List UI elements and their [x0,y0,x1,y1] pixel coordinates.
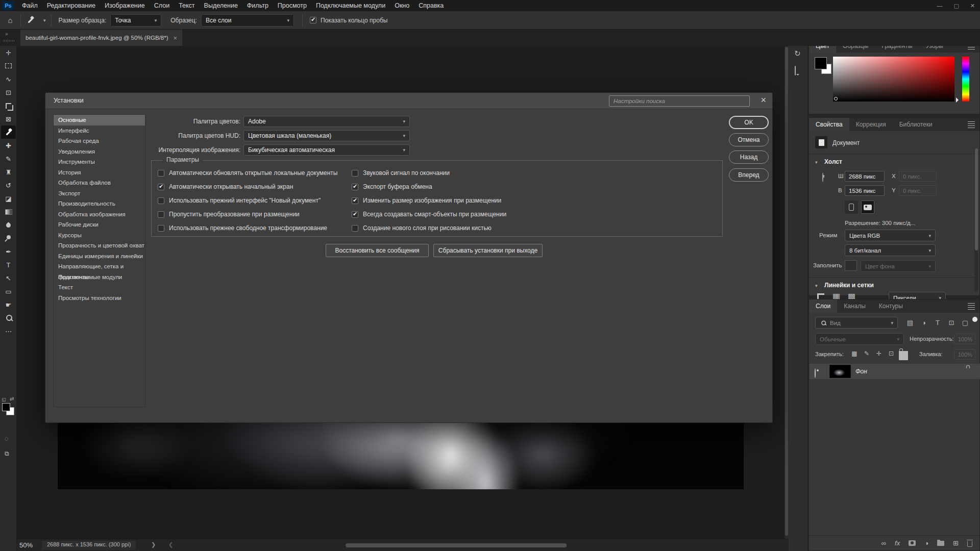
hue-slider[interactable] [962,57,969,102]
dialog-close-icon[interactable]: × [761,95,766,106]
preferences-category-17[interactable]: Просмотры технологии [54,293,145,304]
menu-item-10[interactable]: Справка [414,0,448,11]
filter-type-layers-icon[interactable]: T [933,318,943,327]
object-selection-tool[interactable]: ⊡ [0,86,17,99]
rectangle-tool[interactable]: ▭ [0,285,17,298]
preferences-category-5[interactable]: История [54,167,145,178]
comments-panel-icon[interactable] [795,66,796,76]
preferences-category-14[interactable]: Направляющие, сетка и фрагменты [54,261,145,272]
path-selection-tool[interactable]: ↖ [0,271,17,285]
lock-artboard-icon[interactable]: ⊡ [887,349,896,358]
menu-item-5[interactable]: Выделение [200,0,242,11]
dialog-title-bar[interactable]: Установки × [45,93,772,109]
status-chevron-left-icon[interactable]: ❮ [168,541,173,548]
toolbar-grip[interactable] [3,40,14,42]
hue-slider-arrow[interactable] [956,97,961,103]
show-sampling-ring-checkbox[interactable] [310,17,316,23]
lock-position-icon[interactable]: ✛ [874,349,884,358]
document-tab[interactable]: beautiful-girl-woman-profile-fnvk.jpeg @… [20,30,182,46]
swap-colors-icon[interactable]: ⇄ [10,396,14,402]
preferences-category-6[interactable]: Обработка файлов [54,178,145,188]
checkbox-cbcol-left-3[interactable] [158,211,164,218]
preferences-category-9[interactable]: Обработка изображения [54,209,145,220]
add-mask-icon[interactable] [909,540,916,546]
fill-color-swatch[interactable] [845,260,857,271]
menu-item-0[interactable]: Файл [17,0,42,11]
eraser-tool[interactable]: ◪ [0,192,17,205]
move-tool[interactable]: ✛ [0,46,17,59]
landscape-orientation-button[interactable] [861,201,874,214]
checkbox-cbcol-left-0[interactable] [158,170,164,177]
reset-preferences-button[interactable]: Сбрасывать установки при выходе [433,244,543,257]
link-dimensions-icon[interactable] [822,172,823,182]
filter-adjustment-layers-icon[interactable]: ◑ [919,318,929,327]
close-window-button[interactable]: ✕ [970,3,975,9]
crop-tool[interactable] [0,99,17,112]
filter-smart-objects-icon[interactable]: ▢ [960,318,970,327]
blur-tool[interactable] [0,218,17,232]
preferences-category-10[interactable]: Рабочие диски [54,219,145,230]
section-chevron-icon[interactable]: ▾ [815,160,818,165]
history-panel-icon[interactable]: ↻ [794,49,801,58]
zoom-tool[interactable] [0,311,17,324]
home-icon[interactable]: ⌂ [0,16,20,24]
saturation-brightness-field[interactable] [833,57,954,102]
preferences-category-15[interactable]: Подключаемые модули [54,272,145,283]
checkbox-cbcol-right-3[interactable] [352,211,358,218]
lock-paint-icon[interactable]: ✎ [862,349,871,358]
delete-layer-icon[interactable] [967,541,972,547]
menu-item-7[interactable]: Просмотр [273,0,311,11]
toolbar-collapse-icon[interactable]: » [5,31,8,37]
eyedropper-preset-icon[interactable] [21,16,39,24]
healing-brush-tool[interactable]: ✚ [0,139,17,152]
filter-shape-layers-icon[interactable]: ⊡ [946,318,957,327]
color-picker-cursor[interactable] [834,97,838,101]
new-group-icon[interactable] [937,541,944,546]
history-brush-tool[interactable]: ↺ [0,179,17,192]
preferences-category-11[interactable]: Курсоры [54,230,145,241]
layer-effects-icon[interactable]: fx [895,539,900,547]
new-layer-icon[interactable]: ⊞ [953,539,959,547]
preferences-category-16[interactable]: Текст [54,282,145,293]
preferences-category-4[interactable]: Инструменты [54,157,145,167]
panel-scrollbar[interactable] [974,148,978,291]
clone-stamp-tool[interactable]: ♜ [0,165,17,179]
panel-menu-icon[interactable] [968,303,975,310]
layer-name[interactable]: Фон [855,368,867,375]
hand-tool[interactable]: ☛ [0,298,17,311]
chevron-down-icon[interactable]: ▾ [43,18,46,23]
canvas-horizontal-scrollbar[interactable] [346,543,567,547]
width-field[interactable]: 2688 пикс [845,171,885,182]
new-adjustment-layer-icon[interactable]: ◑ [924,539,928,547]
properties-panel-tab-0[interactable]: Свойства [809,118,849,131]
forward-button[interactable]: Вперед [729,168,769,182]
panel-menu-icon[interactable] [968,121,975,128]
foreground-color-swatch[interactable] [2,403,10,411]
ok-button[interactable]: OK [729,116,769,129]
dodge-tool[interactable] [0,232,17,245]
section-chevron-icon[interactable]: ▾ [815,283,818,288]
back-button[interactable]: Назад [729,151,769,164]
preferences-search-input[interactable] [609,95,750,107]
marquee-tool[interactable] [0,59,17,72]
menu-item-1[interactable]: Редактирование [42,0,100,11]
height-field[interactable]: 1536 пикс [845,185,885,196]
color-picker-dropdown[interactable]: Adobe▾ [243,116,410,127]
close-tab-icon[interactable]: × [173,34,177,42]
layer-visibility-eye-icon[interactable] [815,368,816,378]
checkbox-cbcol-left-2[interactable] [158,197,164,204]
layers-panel-tab-1[interactable]: Каналы [837,299,872,313]
menu-item-2[interactable]: Изображение [100,0,150,11]
checkbox-cbcol-left-4[interactable] [158,225,164,232]
properties-panel-tab-2[interactable]: Библиотеки [893,118,939,131]
type-tool[interactable]: T [0,258,17,271]
pen-tool[interactable]: ✒ [0,245,17,258]
maximize-button[interactable]: ▢ [953,3,959,9]
reset-messages-button[interactable]: Восстановить все сообщения [326,244,429,257]
preferences-category-8[interactable]: Производительность [54,198,145,209]
menu-item-6[interactable]: Фильтр [242,0,273,11]
zoom-level[interactable]: 50% [19,541,33,549]
brush-tool[interactable]: ✎ [0,152,17,165]
properties-panel-tab-1[interactable]: Коррекция [849,118,893,131]
status-chevron-right-icon[interactable]: ❯ [151,541,156,548]
